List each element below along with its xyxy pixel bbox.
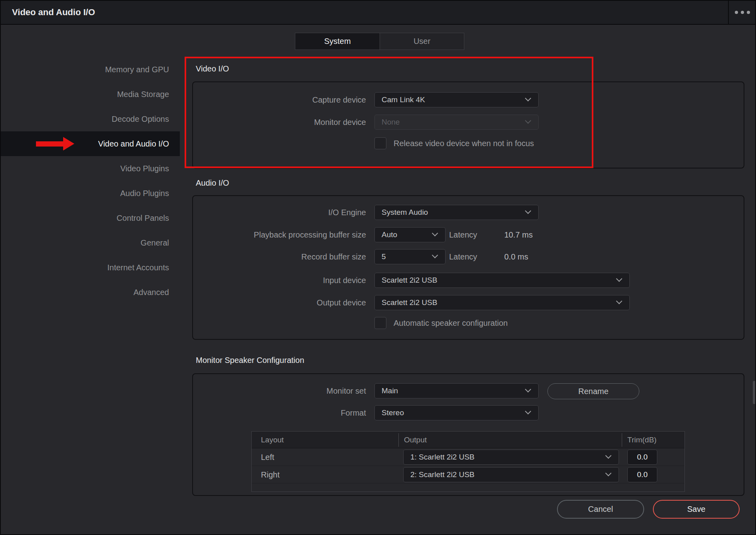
red-arrow-icon [63,137,74,151]
input-device-dropdown[interactable]: Scarlett 2i2 USB [374,273,630,288]
table-row-right: Right 2: Scarlett 2i2 USB 0.0 [252,466,684,483]
input-device-value: Scarlett 2i2 USB [382,276,437,285]
sidebar-item-media-storage[interactable]: Media Storage [1,82,180,107]
audio-io-section-title: Audio I/O [196,177,229,188]
io-engine-value: System Audio [382,208,428,217]
title-bar: Video and Audio I/O [1,1,755,25]
chevron-down-icon [605,470,612,476]
format-dropdown[interactable]: Stereo [374,405,539,420]
sidebar-item-general[interactable]: General [1,230,180,255]
column-header-trim: Trim(dB) [627,432,657,448]
playback-latency-value: 10.7 ms [504,227,533,242]
sidebar-item-memory-and-gpu[interactable]: Memory and GPU [1,57,180,82]
layout-cell: Right [261,466,280,483]
chevron-down-icon [605,452,612,459]
ellipsis-icon [747,11,750,14]
output-device-value: Scarlett 2i2 USB [382,298,437,307]
monitor-speaker-section-title: Monitor Speaker Configuration [196,355,304,366]
column-divider [622,433,622,447]
ellipsis-icon [735,11,738,14]
left-trim-input[interactable]: 0.0 [627,450,657,465]
right-trim-input[interactable]: 0.0 [627,467,657,482]
save-button[interactable]: Save [653,500,740,519]
sidebar-item-video-plugins[interactable]: Video Plugins [1,156,180,181]
output-device-dropdown[interactable]: Scarlett 2i2 USB [374,295,630,310]
ellipsis-icon [741,11,744,14]
playback-buffer-value: Auto [382,230,397,239]
capture-device-dropdown[interactable]: Cam Link 4K [374,92,539,107]
chevron-down-icon [525,386,531,392]
chevron-down-icon [432,252,438,258]
table-row-left: Left 1: Scarlett 2i2 USB 0.0 [252,448,684,466]
column-header-output: Output [404,432,427,448]
io-engine-dropdown[interactable]: System Audio [374,205,539,220]
record-latency-label: Latency [449,249,477,264]
monitor-set-dropdown[interactable]: Main [374,383,539,398]
chevron-down-icon [616,275,623,282]
automatic-speaker-label: Automatic speaker configuration [394,317,508,329]
layout-cell: Left [261,448,274,466]
monitor-set-value: Main [382,386,398,395]
speaker-layout-table: Layout Output Trim(dB) Left 1: Scarlett … [251,431,685,492]
capture-device-value: Cam Link 4K [382,95,425,104]
rename-button[interactable]: Rename [547,383,639,399]
chevron-down-icon [616,298,623,304]
sidebar-item-advanced[interactable]: Advanced [1,280,180,305]
record-latency-value: 0.0 ms [504,249,528,264]
release-video-device-checkbox[interactable] [374,137,386,149]
options-menu-button[interactable] [729,1,756,24]
red-arrow-annotation [36,141,64,147]
io-engine-label: I/O Engine [185,205,366,220]
tab-user[interactable]: User [380,33,464,50]
release-video-device-label: Release video device when not in focus [394,137,534,149]
chevron-down-icon [525,95,531,101]
monitor-device-dropdown: None [374,115,539,130]
cancel-button[interactable]: Cancel [557,500,644,519]
dialog-title: Video and Audio I/O [12,1,95,24]
output-device-label: Output device [185,295,366,310]
playback-buffer-label: Playback processing buffer size [185,227,366,242]
scope-tabs: System User [295,33,464,50]
left-output-value: 1: Scarlett 2i2 USB [410,453,475,462]
left-output-dropdown[interactable]: 1: Scarlett 2i2 USB [403,450,619,465]
format-label: Format [185,405,366,420]
table-header-row: Layout Output Trim(dB) [252,432,684,448]
column-header-layout: Layout [261,432,284,448]
format-value: Stereo [382,408,404,417]
monitor-set-label: Monitor set [185,383,366,398]
playback-buffer-dropdown[interactable]: Auto [374,227,446,242]
sidebar-item-internet-accounts[interactable]: Internet Accounts [1,255,180,280]
monitor-device-value: None [382,118,400,127]
sidebar-item-control-panels[interactable]: Control Panels [1,206,180,230]
column-divider [398,433,399,447]
chevron-down-icon [432,230,438,236]
sidebar-item-decode-options[interactable]: Decode Options [1,107,180,131]
automatic-speaker-checkbox[interactable] [374,317,386,329]
video-io-section-title: Video I/O [196,63,229,74]
right-output-dropdown[interactable]: 2: Scarlett 2i2 USB [403,467,619,482]
input-device-label: Input device [185,273,366,288]
chevron-down-icon [525,117,531,124]
sidebar-item-video-and-audio-io[interactable]: Video and Audio I/O [1,131,180,156]
chevron-down-icon [525,408,531,414]
tab-system[interactable]: System [295,33,380,50]
capture-device-label: Capture device [185,92,366,107]
scrollbar-thumb[interactable] [753,381,756,404]
sidebar-item-audio-plugins[interactable]: Audio Plugins [1,181,180,206]
record-buffer-label: Record buffer size [185,249,366,264]
chevron-down-icon [525,208,531,214]
preferences-dialog: Video and Audio I/O System User Memory a… [0,0,756,535]
record-buffer-dropdown[interactable]: 5 [374,249,446,264]
playback-latency-label: Latency [449,227,477,242]
right-output-value: 2: Scarlett 2i2 USB [410,470,475,479]
monitor-device-label: Monitor device [185,115,366,130]
record-buffer-value: 5 [382,252,386,261]
